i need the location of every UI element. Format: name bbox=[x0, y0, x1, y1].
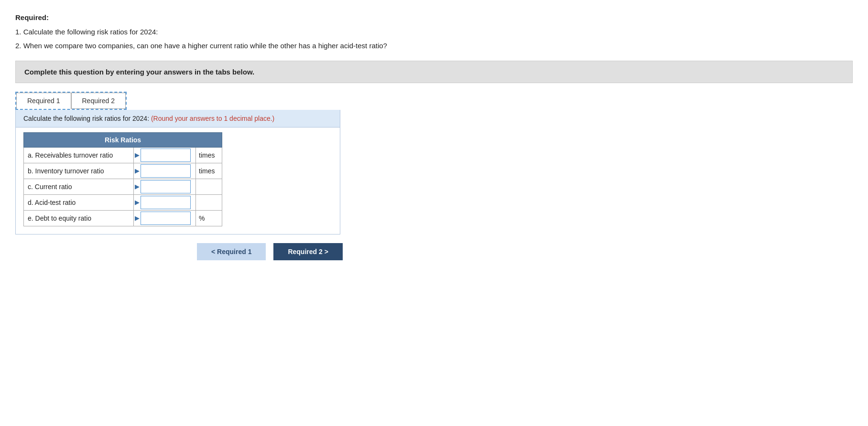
row-input-cell-1: ▶ bbox=[134, 163, 196, 179]
answer-input-4[interactable] bbox=[141, 212, 191, 225]
row-label-2: c. Current ratio bbox=[24, 179, 134, 194]
answer-input-3[interactable] bbox=[141, 196, 191, 209]
tab-content: Calculate the following risk ratios for … bbox=[15, 110, 340, 234]
row-input-cell-4: ▶ bbox=[134, 210, 196, 226]
tabs-container: Required 1 Required 2 bbox=[15, 92, 127, 110]
tab-required2[interactable]: Required 2 bbox=[71, 93, 126, 109]
instruction-point1: 1. Calculate the following risk ratios f… bbox=[15, 26, 853, 38]
arrow-icon-3: ▶ bbox=[135, 199, 140, 206]
table-row: d. Acid-test ratio▶ bbox=[24, 194, 222, 210]
arrow-icon-1: ▶ bbox=[135, 167, 140, 174]
tab-required1[interactable]: Required 1 bbox=[16, 93, 71, 109]
prev-button[interactable]: < Required 1 bbox=[197, 243, 266, 260]
table-header: Risk Ratios bbox=[24, 132, 222, 147]
arrow-icon-2: ▶ bbox=[135, 183, 140, 190]
next-button[interactable]: Required 2 > bbox=[273, 243, 342, 260]
row-label-1: b. Inventory turnover ratio bbox=[24, 163, 134, 179]
answer-input-2[interactable] bbox=[141, 180, 191, 193]
row-label-3: d. Acid-test ratio bbox=[24, 194, 134, 210]
tab-wrapper: Required 1 Required 2 Calculate the foll… bbox=[15, 92, 340, 234]
complete-box-text: Complete this question by entering your … bbox=[24, 68, 254, 76]
answer-input-0[interactable] bbox=[141, 149, 191, 162]
row-input-cell-0: ▶ bbox=[134, 147, 196, 163]
instructions: Required: 1. Calculate the following ris… bbox=[15, 11, 853, 52]
row-unit-0: times bbox=[196, 147, 222, 163]
row-unit-4: % bbox=[196, 210, 222, 226]
row-label-4: e. Debt to equity ratio bbox=[24, 210, 134, 226]
tab-header-main: Calculate the following risk ratios for … bbox=[23, 115, 149, 122]
answer-input-1[interactable] bbox=[141, 164, 191, 178]
arrow-icon-0: ▶ bbox=[135, 151, 140, 159]
row-unit-1: times bbox=[196, 163, 222, 179]
risk-table: Risk Ratios a. Receivables turnover rati… bbox=[23, 132, 222, 226]
table-row: b. Inventory turnover ratio▶times bbox=[24, 163, 222, 179]
complete-box: Complete this question by entering your … bbox=[15, 61, 853, 83]
instruction-point2: 2. When we compare two companies, can on… bbox=[15, 40, 853, 52]
tab-header-bar: Calculate the following risk ratios for … bbox=[16, 110, 340, 128]
table-row: e. Debt to equity ratio▶% bbox=[24, 210, 222, 226]
nav-buttons: < Required 1 Required 2 > bbox=[197, 243, 853, 260]
tabs-row: Required 1 Required 2 bbox=[16, 93, 126, 109]
tab-header-note: (Round your answers to 1 decimal place.) bbox=[151, 115, 274, 122]
row-unit-2 bbox=[196, 179, 222, 194]
table-row: a. Receivables turnover ratio▶times bbox=[24, 147, 222, 163]
arrow-icon-4: ▶ bbox=[135, 214, 140, 222]
row-input-cell-3: ▶ bbox=[134, 194, 196, 210]
row-label-0: a. Receivables turnover ratio bbox=[24, 147, 134, 163]
row-unit-3 bbox=[196, 194, 222, 210]
row-input-cell-2: ▶ bbox=[134, 179, 196, 194]
table-row: c. Current ratio▶ bbox=[24, 179, 222, 194]
required-label: Required: bbox=[15, 13, 49, 21]
